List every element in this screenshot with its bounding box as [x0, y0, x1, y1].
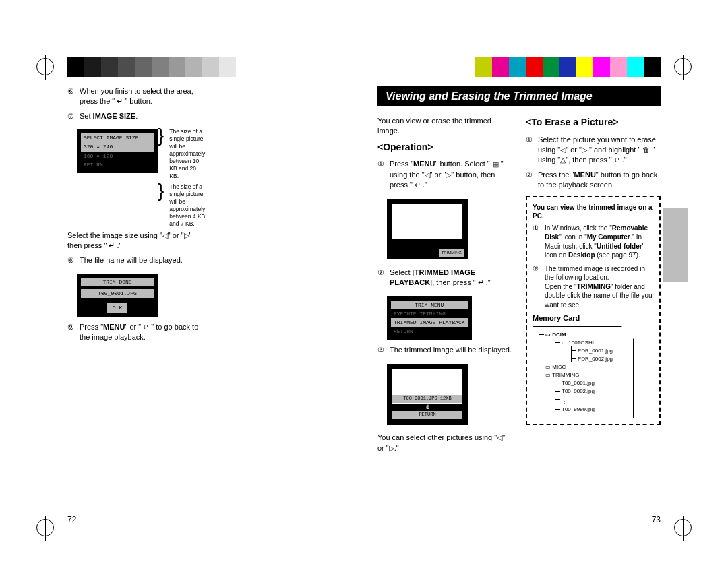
pc-info-box: You can view the trimmed image on a PC. … — [526, 196, 661, 425]
memory-card-title: Memory Card — [533, 313, 654, 323]
registration-mark-icon — [36, 58, 54, 75]
memory-card-shape: ▭ DCIM ▭ 100TOSHI PDR_0001.jpg PDR_0002.… — [533, 326, 634, 418]
step-text: Set IMAGE SIZE. — [80, 111, 138, 121]
intro-text: You can view or erase the trimmed image. — [377, 116, 512, 137]
step-text: Press "MENU" button. Select " ▦ " using … — [390, 159, 512, 190]
tree-file: T00_0002.jpg — [555, 387, 628, 396]
tree-dcim: ▭ DCIM ▭ 100TOSHI PDR_0001.jpg PDR_0002.… — [539, 331, 628, 363]
erase-step-1: ① Select the picture you want to erase u… — [526, 135, 661, 166]
step-9: ⑨ Press "MENU" or " ↵ " to go back to th… — [67, 322, 205, 343]
tree-file: T00_9999.jpg — [555, 406, 628, 414]
brace-icon: } — [158, 183, 164, 198]
step-text: Select the picture you want to erase usi… — [538, 135, 661, 166]
section-title: Viewing and Erasing the Trimmed Image — [377, 86, 661, 106]
step-text: When you finish to select the area, pres… — [80, 86, 205, 107]
sidenote-2: The size of a single picture will be app… — [169, 183, 205, 228]
step-text: The file name will be displayed. — [80, 255, 183, 266]
lcd-select-image-size: SELECT IMAGE SIZE 320 × 240 160 × 120 RE… — [77, 129, 158, 173]
pc-step-2: ② The trimmed image is recorded in the f… — [533, 264, 654, 310]
page-right: Viewing and Erasing the Trimmed Image Yo… — [377, 86, 661, 524]
sidenote-1: The size of a single picture will be app… — [169, 128, 205, 180]
color-calibration-bar — [67, 57, 661, 77]
pc-box-title: You can view the trimmed image on a PC. — [533, 203, 654, 221]
tree-file: T00_0001.jpg — [555, 379, 628, 387]
lcd-cartoon-2: T00_0001.JPG 12KB 🗑 RETURN — [387, 364, 468, 425]
tree-trimming: ▭ TRIMMING T00_0001.jpg T00_0002.jpg ⋮ T… — [539, 371, 628, 414]
step-8: ⑧ The file name will be displayed. — [67, 255, 205, 266]
step-text: The trimmed image is recorded in the fol… — [545, 264, 654, 310]
tree-misc: ▭ MISC — [539, 363, 628, 371]
lcd-trim-done: TRIM DONE T00_0001.JPG O K — [77, 274, 158, 317]
operation-heading: <Operation> — [377, 141, 512, 154]
step-text: Select [TRIMMED IMAGE PLAYBACK], then pr… — [390, 268, 512, 288]
op-step-2: ② Select [TRIMMED IMAGE PLAYBACK], then … — [377, 268, 512, 288]
lcd-cartoon-1: TRIMMING — [387, 199, 468, 259]
select-other-text: You can select other pictures using "◁" … — [377, 433, 512, 454]
page-left: ⑥ When you finish to select the area, pr… — [67, 86, 351, 524]
step-text: In Windows, click the "Removable Disk" i… — [545, 224, 654, 260]
brace-icon: } — [158, 128, 164, 143]
section-tab — [663, 208, 688, 282]
step-text: Press "MENU" or " ↵ " to go back to the … — [80, 322, 205, 343]
tree-file: PDR_0002.jpg — [571, 355, 628, 363]
step-7: ⑦ Set IMAGE SIZE. — [67, 111, 205, 121]
page-number-right: 73 — [377, 505, 661, 524]
step-text: The trimmed image will be displayed. — [390, 345, 512, 355]
step-text: Press the "MENU" button to go back to th… — [538, 170, 661, 191]
op-step-3: ③ The trimmed image will be displayed. — [377, 345, 512, 355]
erase-step-2: ② Press the "MENU" button to go back to … — [526, 170, 661, 191]
registration-mark-icon — [674, 58, 692, 75]
erase-heading: <To Erase a Picture> — [526, 116, 661, 129]
tree-file: PDR_0001.jpg — [571, 347, 628, 355]
trimming-badge: TRIMMING — [439, 249, 464, 256]
memory-card-block: Memory Card ▭ DCIM ▭ 100TOSHI PDR_0001.j… — [533, 313, 654, 418]
registration-mark-icon — [674, 519, 692, 536]
select-size-text: Select the image size using "◁" or "▷" t… — [67, 230, 205, 251]
op-step-1: ① Press "MENU" button. Select " ▦ " usin… — [377, 159, 512, 190]
page-number-left: 72 — [67, 505, 351, 524]
lcd-trim-menu: TRIM MENU EXECUTE TRIMMING TRIMMED IMAGE… — [387, 296, 472, 340]
tree-folder: ▭ 100TOSHI PDR_0001.jpg PDR_0002.jpg — [555, 339, 628, 363]
registration-mark-icon — [36, 519, 54, 536]
pc-step-1: ① In Windows, click the "Removable Disk"… — [533, 224, 654, 260]
step-6: ⑥ When you finish to select the area, pr… — [67, 86, 205, 107]
